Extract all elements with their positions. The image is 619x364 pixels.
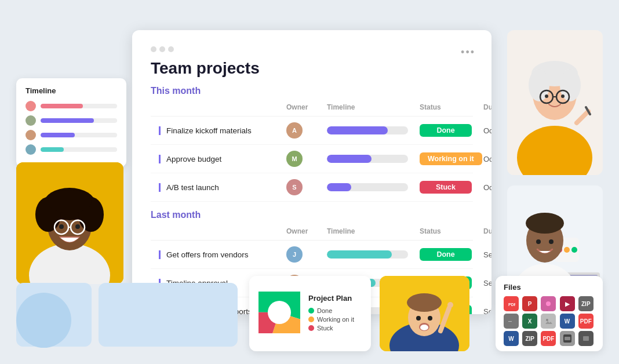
task-name: Approve budget [159, 155, 286, 163]
timeline-row [26, 115, 117, 126]
file-icon[interactable]: PDF [541, 331, 556, 346]
due-date: Sep 15 [483, 307, 491, 315]
dot-3 [168, 46, 174, 52]
person-illustration-3 [16, 162, 123, 284]
yellow-person-card [380, 276, 469, 351]
file-icon[interactable]: P [522, 296, 537, 311]
tl-avatar [26, 115, 36, 126]
bottom-mid-blue-card [99, 283, 238, 347]
legend-dot-done [308, 308, 314, 314]
main-projects-card: ••• Team projects This month Owner Timel… [132, 30, 491, 314]
owner-avatar: J [286, 246, 327, 263]
last-month-heading: Last month [151, 210, 473, 220]
tl-bar [41, 147, 64, 152]
files-card: Files PDF P ▶ ZIP ··· X W PDF W ZIP PDF [496, 276, 603, 351]
table-row: A/B test launch S Stuck Oct 1 [151, 173, 473, 202]
task-name: Finalize kickoff materials [159, 126, 286, 135]
owner-avatar: A [286, 122, 327, 139]
file-icon[interactable]: X [522, 314, 537, 329]
tl-bar-wrap [41, 118, 117, 123]
file-icon[interactable]: W [560, 314, 575, 329]
project-plan-legend: Done Working on it Stuck [308, 307, 354, 332]
legend-item-done: Done [308, 307, 354, 314]
svg-point-50 [447, 302, 453, 308]
person-card-left [16, 162, 123, 284]
due-date: Oct 12 [483, 126, 491, 135]
file-icon[interactable]: PDF [578, 314, 593, 329]
files-grid: PDF P ▶ ZIP ··· X W PDF W ZIP PDF [504, 296, 595, 346]
file-icon[interactable]: W [504, 331, 519, 346]
status-badge: Done [420, 248, 483, 261]
timeline-bar [327, 126, 420, 134]
person-card-top-right [507, 30, 603, 175]
file-icon[interactable]: ZIP [578, 296, 593, 311]
timeline-bar [327, 183, 420, 191]
svg-point-58 [546, 319, 548, 321]
file-icon[interactable] [541, 296, 556, 311]
svg-point-31 [48, 190, 92, 213]
svg-point-44 [407, 293, 442, 312]
due-date: Sep 20 [483, 279, 491, 287]
svg-rect-62 [583, 336, 589, 341]
timeline-row [26, 130, 117, 140]
svg-point-46 [428, 316, 432, 321]
file-icon[interactable] [560, 331, 575, 346]
svg-point-18 [564, 247, 570, 253]
this-month-table-header: Owner Timeline Status Due date + [151, 101, 473, 117]
file-icon[interactable] [541, 314, 556, 329]
tl-avatar [26, 130, 36, 140]
svg-point-9 [545, 94, 548, 98]
this-month-heading: This month [151, 86, 473, 96]
timeline-card-title: Timeline [26, 86, 117, 95]
legend-item-stuck: Stuck [308, 325, 354, 332]
due-date: Sep 22 [483, 250, 491, 259]
tl-avatar [26, 144, 36, 155]
dot-1 [151, 46, 156, 52]
svg-point-35 [59, 224, 64, 229]
table-row: Approve budget M Working on it Oct 5 [151, 145, 473, 173]
tl-bar-wrap [41, 104, 117, 108]
tl-bar [41, 133, 75, 137]
due-date: Oct 1 [483, 183, 491, 192]
last-month-table-header: Owner Timeline Status Due date + [151, 225, 473, 241]
status-badge: Working on it [420, 152, 483, 165]
person-illustration-1 [507, 30, 603, 175]
task-name: Get offers from vendors [159, 250, 286, 259]
files-card-title: Files [504, 283, 595, 292]
task-name: A/B test launch [159, 183, 286, 192]
timeline-bar [327, 250, 420, 259]
file-icon[interactable] [578, 331, 593, 346]
svg-point-48 [420, 325, 428, 330]
timeline-mini-card: Timeline [16, 78, 126, 167]
svg-point-10 [561, 94, 565, 98]
legend-dot-working [308, 316, 314, 322]
file-icon[interactable]: PDF [504, 296, 519, 311]
status-badge: Done [420, 124, 483, 137]
file-icon[interactable]: ZIP [522, 331, 537, 346]
legend-label-working: Working on it [317, 316, 354, 323]
project-plan-title: Project Plan [308, 294, 354, 303]
svg-text:PDF: PDF [508, 303, 515, 307]
svg-rect-60 [565, 337, 570, 340]
tl-bar [41, 118, 94, 123]
page-title: Team projects [151, 59, 473, 78]
svg-point-40 [268, 301, 291, 324]
svg-point-23 [536, 239, 541, 244]
pie-chart [258, 292, 300, 333]
tl-bar-wrap [41, 147, 117, 152]
project-plan-card: Project Plan Done Working on it Stuck [249, 276, 371, 351]
bottom-left-circle [16, 293, 71, 348]
status-badge: Stuck [420, 181, 483, 194]
table-row: Get offers from vendors J Done Sep 22 [151, 241, 473, 269]
svg-point-45 [416, 316, 421, 321]
file-icon[interactable]: ▶ [560, 296, 575, 311]
window-controls [151, 46, 473, 52]
timeline-row [26, 101, 117, 111]
file-icon[interactable]: ··· [504, 314, 519, 329]
legend-item-working: Working on it [308, 316, 354, 323]
tl-bar-wrap [41, 133, 117, 137]
svg-text:···: ··· [508, 319, 512, 323]
more-options-button[interactable]: ••• [461, 46, 475, 59]
legend-label-done: Done [317, 307, 332, 314]
legend-label-stuck: Stuck [317, 325, 333, 332]
